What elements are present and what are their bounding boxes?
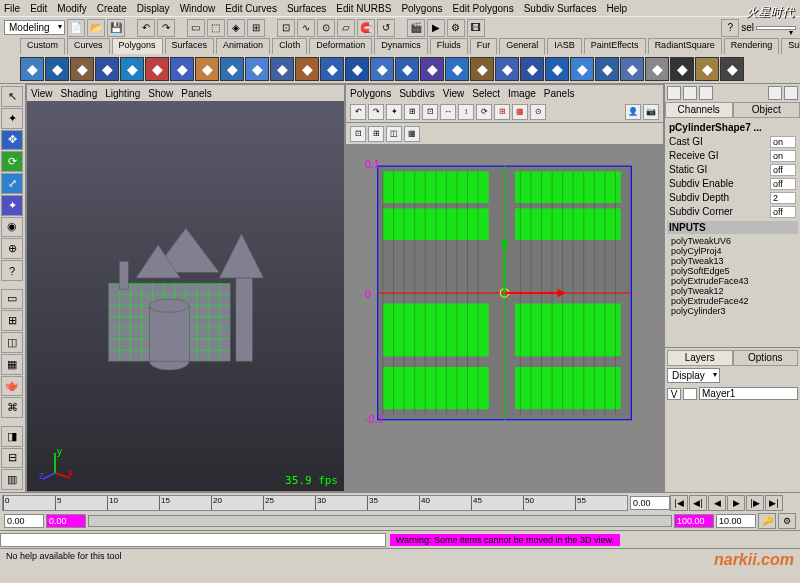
file-open-icon[interactable]: 📂	[87, 19, 105, 37]
shelf-item-11[interactable]: ◆	[295, 57, 319, 81]
menu-surfaces[interactable]: Surfaces	[287, 3, 326, 14]
menu-edit[interactable]: Edit	[30, 3, 47, 14]
uv-flip-v-icon[interactable]: ↕	[458, 104, 474, 120]
ipr-icon[interactable]: ▶	[427, 19, 445, 37]
vp1-menu-show[interactable]: Show	[148, 88, 173, 99]
menu-modify[interactable]: Modify	[57, 3, 86, 14]
snap-grid-icon[interactable]: ⊡	[277, 19, 295, 37]
input-polyTweak13[interactable]: polyTweak13	[667, 256, 798, 266]
tab-options[interactable]: Options	[733, 350, 799, 366]
vp2-menu-view[interactable]: View	[443, 88, 465, 99]
layout1-icon[interactable]: ◨	[1, 426, 23, 447]
prefs-icon[interactable]: ⚙	[778, 513, 796, 529]
hypershade-icon[interactable]: ▦	[1, 354, 23, 375]
shelf-tab-painteffects[interactable]: PaintEffects	[584, 38, 646, 54]
input-polySoftEdge5[interactable]: polySoftEdge5	[667, 266, 798, 276]
select-hier-icon[interactable]: ⬚	[207, 19, 225, 37]
layer-display-dropdown[interactable]: Display	[667, 368, 720, 383]
uv2-icon-4[interactable]: ▦	[404, 126, 420, 142]
vp1-menu-panels[interactable]: Panels	[181, 88, 212, 99]
shelf-tab-fluids[interactable]: Fluids	[430, 38, 468, 54]
attr-subdiv-enable[interactable]: Subdiv Enableoff	[667, 177, 798, 191]
shelf-item-23[interactable]: ◆	[595, 57, 619, 81]
vp2-menu-subdivs[interactable]: Subdivs	[399, 88, 435, 99]
move-tool[interactable]: ✥	[1, 130, 23, 151]
uv-face-icon[interactable]: 👤	[625, 104, 641, 120]
uv2-icon-2[interactable]: ⊞	[368, 126, 384, 142]
shelf-tab-radiantsquare[interactable]: RadiantSquare	[648, 38, 722, 54]
shelf-item-6[interactable]: ◆	[170, 57, 194, 81]
attr-cast-gi[interactable]: Cast GIon	[667, 135, 798, 149]
last-tool[interactable]: ?	[1, 260, 23, 281]
shelf-item-4[interactable]: ◆	[120, 57, 144, 81]
shelf-item-7[interactable]: ◆	[195, 57, 219, 81]
shelf-item-26[interactable]: ◆	[670, 57, 694, 81]
vp2-menu-image[interactable]: Image	[508, 88, 536, 99]
vp1-menu-view[interactable]: View	[31, 88, 53, 99]
menu-polygons[interactable]: Polygons	[401, 3, 442, 14]
shelf-item-13[interactable]: ◆	[345, 57, 369, 81]
menu-edit-polygons[interactable]: Edit Polygons	[453, 3, 514, 14]
range-start-field[interactable]: 0.00	[46, 514, 86, 528]
uv-icon-4[interactable]: ⊞	[404, 104, 420, 120]
file-new-icon[interactable]: 📄	[67, 19, 85, 37]
shelf-item-22[interactable]: ◆	[570, 57, 594, 81]
step-fwd-icon[interactable]: |▶	[746, 495, 764, 511]
snap-curve-icon[interactable]: ∿	[297, 19, 315, 37]
shelf-item-17[interactable]: ◆	[445, 57, 469, 81]
shelf-item-27[interactable]: ◆	[695, 57, 719, 81]
layout3-icon[interactable]: ▥	[1, 469, 23, 490]
shelf-tab-curves[interactable]: Curves	[67, 38, 110, 54]
sel-dropdown[interactable]	[756, 26, 796, 30]
time-slider[interactable]: 051015202530354045505560 0.00 |◀ ◀| ◀ ▶ …	[0, 492, 800, 512]
layout2-icon[interactable]: ⊟	[1, 448, 23, 469]
uv-flip-u-icon[interactable]: ↔	[440, 104, 456, 120]
shelf-tab-polygons[interactable]: Polygons	[112, 38, 163, 54]
vp2-menu-select[interactable]: Select	[472, 88, 500, 99]
cb-icon3[interactable]	[699, 86, 713, 100]
persp-outliner-icon[interactable]: ◫	[1, 332, 23, 353]
select-mask-icon[interactable]: ▭	[187, 19, 205, 37]
current-frame-field[interactable]: 0.00	[630, 496, 670, 510]
undo-icon[interactable]: ↶	[137, 19, 155, 37]
shelf-item-16[interactable]: ◆	[420, 57, 444, 81]
shelf-item-0[interactable]: ◆	[20, 57, 44, 81]
vp1-menu-lighting[interactable]: Lighting	[105, 88, 140, 99]
redo-icon[interactable]: ↷	[157, 19, 175, 37]
shelf-tab-iasb[interactable]: IASB	[547, 38, 582, 54]
shelf-tab-fur[interactable]: Fur	[470, 38, 498, 54]
scale-tool[interactable]: ⤢	[1, 173, 23, 194]
single-view-icon[interactable]: ▭	[1, 289, 23, 310]
node-name[interactable]: pCylinderShape7 ...	[667, 120, 798, 135]
uv2-icon-3[interactable]: ◫	[386, 126, 402, 142]
vp2-canvas[interactable]: 0 -0.1 0.1	[346, 145, 663, 491]
anim-end-field[interactable]: 10.00	[716, 514, 756, 528]
play-back-icon[interactable]: ◀	[708, 495, 726, 511]
uv-rotate-icon[interactable]: ⟳	[476, 104, 492, 120]
menu-file[interactable]: File	[4, 3, 20, 14]
shelf-item-8[interactable]: ◆	[220, 57, 244, 81]
shelf-item-28[interactable]: ◆	[720, 57, 744, 81]
menu-subdiv-surfaces[interactable]: Subdiv Surfaces	[524, 3, 597, 14]
shelf-tab-rendering[interactable]: Rendering	[724, 38, 780, 54]
vp2-menu-panels[interactable]: Panels	[544, 88, 575, 99]
shelf-item-5[interactable]: ◆	[145, 57, 169, 81]
cb-icon2[interactable]	[683, 86, 697, 100]
input-polyTweak12[interactable]: polyTweak12	[667, 286, 798, 296]
attr-receive-gi[interactable]: Receive GIon	[667, 149, 798, 163]
menu-window[interactable]: Window	[180, 3, 216, 14]
shelf-item-12[interactable]: ◆	[320, 57, 344, 81]
attr-subdiv-corner[interactable]: Subdiv Corneroff	[667, 205, 798, 219]
vp1-canvas[interactable]: x y z 35.9 fps	[27, 101, 344, 491]
uv-snap-icon[interactable]: ⊙	[530, 104, 546, 120]
menu-create[interactable]: Create	[97, 3, 127, 14]
select-tool[interactable]: ↖	[1, 86, 23, 107]
tab-layers[interactable]: Layers	[667, 350, 733, 366]
step-back-icon[interactable]: ◀|	[689, 495, 707, 511]
shelf-tab-general[interactable]: General	[499, 38, 545, 54]
shelf-tab-deformation[interactable]: Deformation	[309, 38, 372, 54]
shelf-item-2[interactable]: ◆	[70, 57, 94, 81]
shelf-item-14[interactable]: ◆	[370, 57, 394, 81]
mode-dropdown[interactable]: Modeling	[4, 20, 65, 35]
menu-display[interactable]: Display	[137, 3, 170, 14]
